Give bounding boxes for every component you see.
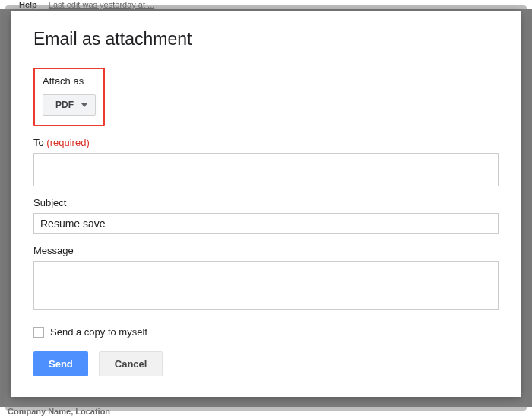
attach-as-dropdown[interactable]: PDF [43, 94, 96, 116]
send-button[interactable]: Send [33, 351, 88, 376]
send-copy-label: Send a copy to myself [50, 326, 147, 338]
chevron-down-icon [81, 103, 87, 107]
email-attachment-dialog: Email as attachment Attach as PDF To (re… [11, 11, 521, 397]
cancel-button[interactable]: Cancel [99, 351, 163, 376]
to-input[interactable] [33, 153, 499, 186]
attach-as-highlight: Attach as PDF [33, 68, 105, 126]
subject-input[interactable] [33, 213, 499, 234]
message-label: Message [33, 245, 499, 256]
to-required: (required) [46, 137, 89, 148]
to-label: To (required) [33, 137, 499, 148]
message-input[interactable] [33, 261, 499, 310]
dialog-title: Email as attachment [33, 29, 499, 49]
attach-as-label: Attach as [43, 75, 96, 87]
attach-as-value: PDF [55, 100, 74, 110]
send-copy-checkbox[interactable] [33, 327, 44, 338]
dialog-actions: Send Cancel [33, 351, 499, 376]
subject-label: Subject [33, 197, 499, 208]
